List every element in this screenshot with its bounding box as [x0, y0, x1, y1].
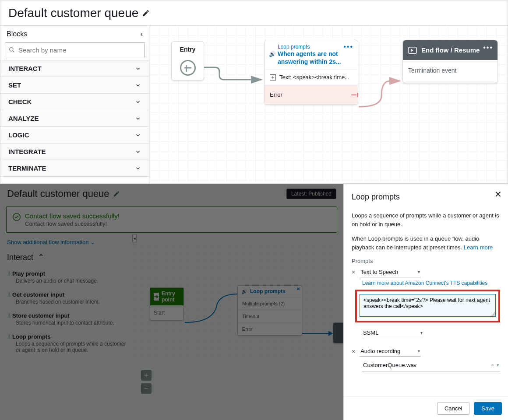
zoom-out-button[interactable]: − — [141, 383, 152, 394]
background-editor: Default customer queue Latest: Published… — [0, 184, 343, 420]
chevron-down-icon: ▾ — [420, 330, 423, 335]
sidebar-category-check[interactable]: CHECK — [0, 93, 149, 110]
save-button[interactable]: Save — [474, 402, 502, 415]
loop-error-label: Error — [270, 91, 282, 98]
loop-text-label: Text: <speak><break time... — [279, 74, 349, 80]
category-label: LOGIC — [8, 131, 29, 139]
tts-learn-more-link[interactable]: Learn more about Amazon Connect's TTS ca… — [362, 280, 500, 286]
speaker-icon: 🔊 — [241, 289, 247, 294]
block-item[interactable]: ⁞⁞Get customer inputBranches based on cu… — [6, 287, 129, 308]
chevron-down-icon[interactable]: ▾ — [497, 362, 499, 368]
end-flow-icon — [408, 47, 417, 54]
chevron-down-icon — [135, 99, 141, 105]
clear-icon[interactable]: × — [491, 362, 494, 368]
block-title: Store customer input — [12, 312, 70, 319]
end-node-menu-icon[interactable]: ••• — [483, 44, 493, 52]
entry-start-icon — [180, 60, 196, 76]
close-panel-icon[interactable]: ✕ — [494, 189, 502, 200]
end-flow-node[interactable]: End flow / Resume ••• Termination event — [402, 40, 498, 83]
bg-page-title: Default customer queue — [7, 188, 109, 200]
expand-icon[interactable]: + — [270, 74, 276, 80]
chevron-up-icon[interactable]: ⌃ — [38, 253, 44, 262]
zoom-in-button[interactable]: + — [141, 370, 152, 381]
alert-sub: Contact flow saved successfully! — [25, 220, 120, 227]
bg-flow-canvas: ◂ ➔Entry point Start 🔊Loop prompts✕ Mult… — [133, 237, 337, 357]
loop-prompts-panel: ✕ Loop prompts Loops a sequence of promp… — [343, 184, 508, 420]
flow-canvas[interactable]: Entry 🔊 Loop prompts When agents are not… — [149, 26, 508, 183]
collapse-sidebar-icon[interactable]: ‹ — [141, 30, 143, 38]
bg-loop-node: 🔊Loop prompts✕ Multiple prompts (2) Time… — [237, 285, 302, 336]
loop-error-output[interactable]: Error — [265, 85, 358, 104]
audio-file-name: CustomerQueue.wav — [363, 362, 416, 368]
sidebar-category-interact[interactable]: INTERACT — [0, 60, 149, 77]
sidebar-category-set[interactable]: SET — [0, 77, 149, 93]
sidebar-category-terminate[interactable]: TERMINATE — [0, 160, 149, 177]
sidebar-category-analyze[interactable]: ANALYZE — [0, 110, 149, 126]
remove-prompt-icon[interactable]: × — [352, 348, 355, 355]
alert-title: Contact flow saved successfully! — [25, 212, 120, 220]
chevron-down-icon: ▾ — [418, 270, 420, 274]
chevron-down-icon: ▾ — [418, 349, 420, 354]
block-desc: Loops a sequence of prompts while a cust… — [16, 341, 127, 353]
bg-entry-node: ➔Entry point Start — [150, 287, 184, 321]
audio-file-select[interactable]: CustomerQueue.wav × ▾ — [362, 359, 500, 371]
arrow-icon: ➔ — [154, 293, 159, 301]
drag-handle-icon: ⁞⁞ — [8, 312, 10, 319]
sidebar-heading: Blocks — [7, 30, 27, 38]
end-node-title: End flow / Resume — [421, 46, 480, 54]
category-label: TERMINATE — [8, 164, 46, 172]
blocks-sidebar: Blocks ‹ INTERACTSETCHECKANALYZELOGICINT… — [0, 26, 149, 183]
check-circle-icon — [13, 213, 21, 221]
block-title: Get customer input — [12, 291, 64, 298]
edit-icon[interactable] — [113, 190, 120, 197]
category-label: ANALYZE — [8, 115, 39, 122]
speaker-icon: 🔊 — [269, 51, 278, 66]
block-desc: Stores numerical input to contact attrib… — [16, 320, 127, 326]
prompt-type-select-2[interactable]: Audio recording▾ — [360, 346, 421, 357]
interpret-as-select[interactable]: SSML▾ — [362, 328, 423, 338]
end-node-body: Termination event — [403, 60, 497, 83]
block-desc: Branches based on customer intent. — [16, 299, 127, 305]
svg-line-1 — [13, 51, 14, 52]
chevron-down-icon — [135, 165, 141, 172]
prompts-label: Prompts — [352, 258, 500, 264]
entry-node-label: Entry — [180, 42, 196, 53]
search-input[interactable] — [18, 46, 141, 54]
cancel-button[interactable]: Cancel — [437, 402, 469, 415]
loop-node-title: When agents are not answering within 2s.… — [278, 50, 353, 66]
category-label: SET — [8, 81, 21, 89]
block-title: Play prompt — [12, 270, 45, 277]
ssml-textarea[interactable] — [360, 294, 496, 317]
search-icon — [9, 47, 15, 53]
panel-description-1: Loops a sequence of prompts while a cust… — [352, 211, 500, 228]
category-label: INTEGRATE — [8, 148, 46, 155]
svg-point-0 — [10, 48, 13, 51]
learn-more-link[interactable]: Learn more — [464, 244, 493, 251]
entry-node[interactable]: Entry — [171, 41, 204, 80]
chevron-down-icon: ⌄ — [90, 239, 95, 245]
block-item[interactable]: ⁞⁞Store customer inputStores numerical i… — [6, 308, 129, 329]
loop-text-output[interactable]: + Text: <speak><break time... — [265, 69, 358, 85]
chevron-down-icon — [135, 116, 141, 122]
success-alert: Contact flow saved successfully! Contact… — [6, 206, 337, 233]
show-info-toggle[interactable]: Show additional flow information ⌄ — [6, 237, 129, 250]
edit-icon[interactable] — [142, 9, 150, 17]
category-label: CHECK — [8, 98, 32, 105]
block-item[interactable]: ⁞⁞Play promptDelivers an audio or chat m… — [6, 266, 129, 287]
chevron-down-icon — [135, 149, 141, 155]
search-input-wrap[interactable] — [5, 42, 145, 57]
ssml-highlight — [355, 290, 500, 322]
page-title: Default customer queue — [8, 6, 138, 20]
close-icon: ✕ — [296, 287, 300, 291]
remove-prompt-icon[interactable]: × — [352, 269, 355, 276]
block-title: Loop prompts — [12, 333, 50, 340]
loop-prompts-node[interactable]: 🔊 Loop prompts When agents are not answe… — [264, 40, 358, 105]
loop-node-category: Loop prompts — [278, 44, 353, 50]
loop-node-menu-icon[interactable]: ••• — [343, 43, 353, 51]
prompt-type-select[interactable]: Text to Speech▾ — [360, 267, 421, 277]
block-item[interactable]: ⁞⁞Loop promptsLoops a sequence of prompt… — [6, 329, 129, 357]
sidebar-category-logic[interactable]: LOGIC — [0, 126, 149, 143]
panel-title: Loop prompts — [344, 184, 508, 205]
drag-handle-icon: ⁞⁞ — [8, 270, 10, 277]
sidebar-category-integrate[interactable]: INTEGRATE — [0, 143, 149, 160]
